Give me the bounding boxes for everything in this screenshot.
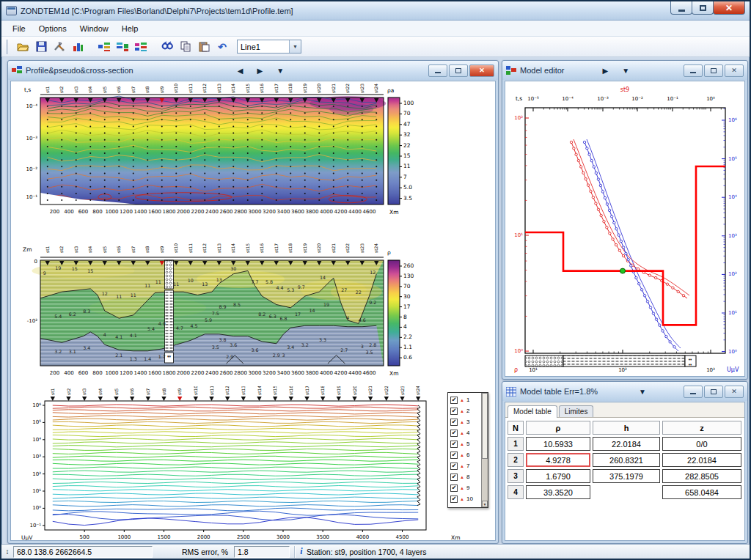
resistivity-value-label: 3.4	[287, 345, 294, 350]
save-icon[interactable]	[33, 39, 49, 55]
menu-item-options[interactable]: Options	[32, 22, 73, 35]
editor-minimize-button[interactable]	[684, 65, 703, 77]
layout-grid-icon[interactable]	[133, 39, 149, 55]
section-colorbar[interactable]	[388, 260, 400, 366]
profile-maximize-button[interactable]	[449, 65, 468, 77]
table-maximize-button[interactable]	[704, 386, 723, 398]
search-icon[interactable]	[159, 39, 175, 55]
chart-icon[interactable]	[70, 39, 86, 55]
table-close-button[interactable]: ✕	[725, 386, 744, 398]
close-button[interactable]: ✕	[713, 1, 745, 15]
cell-rho[interactable]: 1.6790	[526, 469, 590, 483]
station-marker[interactable]	[130, 397, 134, 401]
menu-item-window[interactable]: Window	[73, 22, 115, 35]
resistivity-value-label: 1.7	[158, 354, 166, 359]
station-marker-selected[interactable]	[177, 397, 182, 401]
station-marker[interactable]	[352, 397, 356, 401]
editor-maximize-button[interactable]	[704, 65, 723, 77]
cell-h[interactable]: 260.8321	[593, 453, 660, 467]
maximize-button[interactable]	[692, 1, 714, 15]
cell-rho[interactable]: 4.9278	[526, 453, 590, 467]
model-editor-titlebar[interactable]: Model editor ▶ ▼ ✕	[502, 61, 747, 80]
cell-z[interactable]: 22.0184	[662, 453, 741, 467]
line-selector[interactable]: Line1 ▼	[237, 40, 301, 54]
cell-h[interactable]: 375.1979	[593, 469, 660, 483]
station-marker[interactable]	[304, 397, 309, 401]
pseudo-section-plot[interactable]: t,sst1st2st3st4st5st6st7st8st9st10st11st…	[11, 81, 496, 238]
profile-minimize-button[interactable]	[428, 65, 447, 77]
station-marker[interactable]	[241, 397, 246, 401]
borehole-column[interactable]: ▾▾	[165, 260, 174, 363]
paste-icon[interactable]	[196, 39, 212, 55]
station-marker[interactable]	[225, 397, 230, 401]
legend-checkbox[interactable]: ✔	[450, 452, 458, 459]
station-marker[interactable]	[66, 397, 70, 401]
cell-rho[interactable]: 10.5933	[526, 437, 590, 451]
toolbar-grip[interactable]	[6, 40, 10, 54]
profile-close-button[interactable]: ✕	[469, 65, 494, 77]
profile-curves-plot[interactable]: st1st2st3st4st5st6st7st8st9st10st11st12s…	[11, 386, 496, 541]
layout-profile-icon[interactable]	[96, 39, 112, 55]
dropdown-menu-button-table[interactable]: ▼	[634, 388, 651, 396]
legend-scrollbar[interactable]: ▼	[481, 393, 488, 507]
prev-station-button[interactable]: ◀	[232, 67, 249, 75]
legend-checkbox[interactable]: ✔	[450, 474, 458, 481]
model-editor-plot[interactable]: st9t,s10⁻⁵10⁻⁴10⁻³10⁻²10⁻¹10⁰10¹10²10³10…	[505, 81, 745, 377]
undo-icon[interactable]: ↶	[214, 39, 230, 55]
cell-h[interactable]: 22.0184	[593, 437, 660, 451]
station-marker[interactable]	[98, 397, 103, 401]
legend-checkbox[interactable]: ✔	[450, 419, 458, 426]
station-marker[interactable]	[384, 397, 389, 401]
pseudo-colorbar[interactable]	[388, 97, 400, 205]
station-marker[interactable]	[51, 397, 55, 401]
selected-layer-handle[interactable]	[620, 268, 626, 273]
cell-z[interactable]: 0/0	[662, 437, 741, 451]
settings-icon[interactable]	[51, 39, 67, 55]
station-marker[interactable]	[114, 397, 118, 401]
legend-checkbox[interactable]: ✔	[450, 408, 458, 415]
station-marker[interactable]	[416, 397, 420, 401]
cell-z[interactable]: 282.8505	[662, 469, 741, 483]
station-marker[interactable]	[273, 397, 277, 401]
chevron-down-icon[interactable]: ▼	[289, 40, 301, 53]
dropdown-menu-button-editor[interactable]: ▼	[617, 67, 634, 75]
axis-tick-label: 10⁰	[728, 349, 737, 355]
open-icon[interactable]	[15, 39, 31, 55]
copy-icon[interactable]	[177, 39, 194, 55]
editor-close-button[interactable]: ✕	[725, 65, 744, 77]
scroll-down-icon[interactable]: ▼	[482, 501, 488, 507]
station-marker[interactable]	[194, 397, 198, 401]
legend-checkbox[interactable]: ✔	[450, 485, 458, 492]
station-marker[interactable]	[146, 397, 150, 401]
legend-checkbox[interactable]: ✔	[450, 495, 458, 503]
station-marker[interactable]	[82, 397, 87, 401]
station-marker[interactable]	[368, 397, 373, 401]
station-marker[interactable]	[209, 397, 213, 401]
next-station-button[interactable]: ▶	[252, 67, 268, 75]
legend-checkbox[interactable]: ✔	[450, 441, 458, 448]
menu-item-file[interactable]: File	[6, 22, 32, 35]
station-marker[interactable]	[400, 397, 404, 401]
main-titlebar[interactable]: ZONDTEM1d [C:\Program Files\Borland\Delp…	[1, 1, 750, 21]
next-station-button-editor[interactable]: ▶	[598, 67, 614, 75]
tab-limites[interactable]: Limites	[559, 405, 594, 417]
menu-item-help[interactable]: Help	[115, 22, 145, 35]
cell-rho[interactable]: 39.3520	[526, 485, 590, 499]
table-minimize-button[interactable]	[684, 386, 703, 398]
cross-section-plot[interactable]: Zm▾▾9191515121111111111101313307.75.84.4…	[11, 241, 496, 386]
layout-windows-icon[interactable]	[114, 39, 131, 55]
station-marker[interactable]	[289, 397, 293, 401]
legend-checkbox[interactable]: ✔	[450, 463, 458, 470]
model-table-titlebar[interactable]: Model table Err=1.8% ▼ ✕	[502, 382, 747, 401]
station-marker[interactable]	[337, 397, 341, 401]
station-marker[interactable]	[161, 397, 166, 401]
dropdown-menu-button[interactable]: ▼	[271, 67, 289, 75]
station-marker[interactable]	[320, 397, 325, 401]
legend-checkbox[interactable]: ✔	[450, 397, 458, 404]
tab-model-table[interactable]: Model table	[508, 405, 557, 418]
cell-z[interactable]: 658.0484	[662, 485, 741, 499]
station-marker[interactable]	[257, 397, 261, 401]
minimize-button[interactable]	[670, 1, 692, 15]
legend-checkbox[interactable]: ✔	[450, 430, 458, 437]
profile-window-titlebar[interactable]: Profile&pseudo&cross-section ◀ ▶ ▼ ✕	[8, 61, 498, 80]
